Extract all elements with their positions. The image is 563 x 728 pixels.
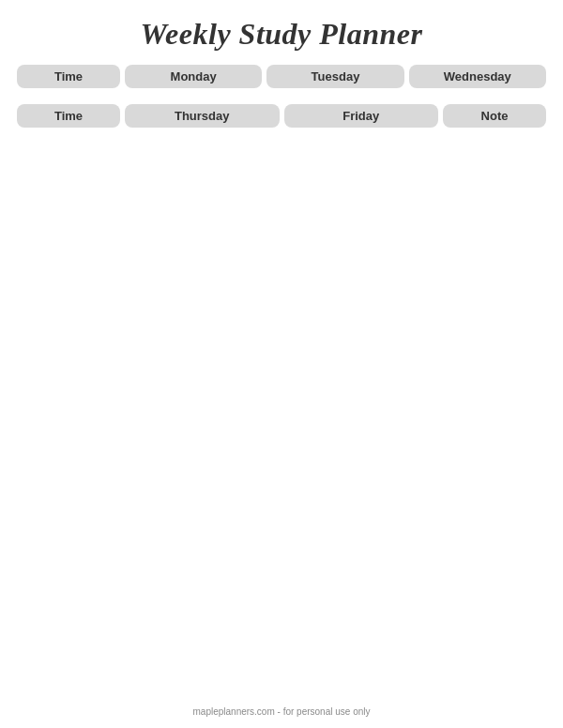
section1-header: Time Monday Tuesday Wednesday: [17, 65, 546, 88]
header-time-2: Time: [17, 104, 120, 128]
page-title: Weekly Study Planner: [141, 17, 423, 52]
header-thursday: Thursday: [125, 104, 280, 128]
header-wednesday: Wednesday: [409, 65, 546, 88]
header-monday: Monday: [125, 65, 262, 88]
header-time-1: Time: [17, 65, 120, 88]
section-1: Time Monday Tuesday Wednesday: [17, 65, 546, 93]
section-2: Time Thursday Friday Note: [17, 104, 546, 132]
header-friday: Friday: [284, 104, 439, 128]
header-tuesday: Tuesday: [266, 65, 403, 88]
header-note: Note: [443, 104, 546, 128]
footer: mapleplanners.com - for personal use onl…: [193, 701, 371, 720]
